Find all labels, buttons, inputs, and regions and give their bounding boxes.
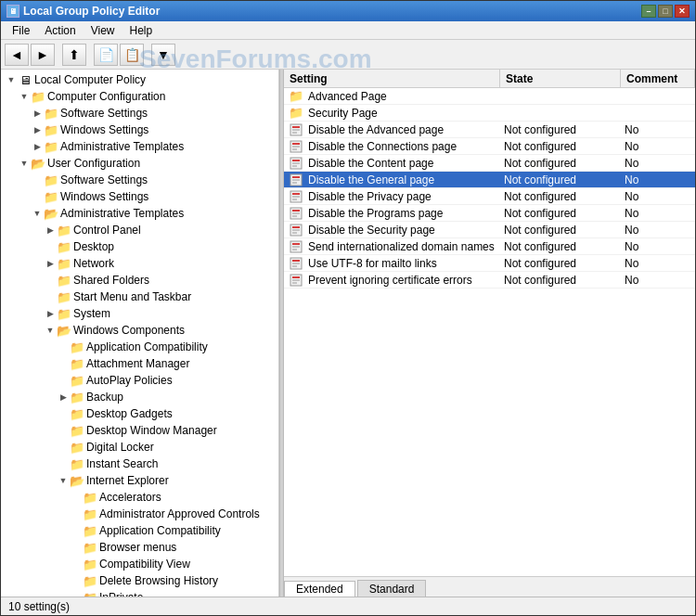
folder-icon-shared-folders: 📁 <box>57 273 71 288</box>
setting-state: Not configured <box>500 123 621 136</box>
status-bar: 10 setting(s) <box>1 597 695 615</box>
tree-label-system: System <box>73 307 110 320</box>
folder-icon-app-compat-2: 📁 <box>83 523 97 538</box>
tree-item-start-menu[interactable]: ▶ 📁 Start Menu and Taskbar <box>1 289 278 305</box>
tree-item-attach-mgr[interactable]: ▶ 📁 Attachment Manager <box>1 355 278 372</box>
tree-item-backup[interactable]: ▶ 📁 Backup <box>1 389 278 405</box>
setting-icon <box>288 205 304 222</box>
setting-row[interactable]: Prevent ignoring certificate errorsNot c… <box>284 272 695 289</box>
tree-item-desktop-window-mgr[interactable]: ▶ 📁 Desktop Window Manager <box>1 422 278 439</box>
setting-row[interactable]: 📁Advanced Page <box>284 88 695 105</box>
setting-name: Security Page <box>304 107 500 120</box>
setting-name: Disable the Advanced page <box>304 123 500 136</box>
tab-standard[interactable]: Standard <box>357 580 427 597</box>
tree-item-admin-templates-1[interactable]: ▶ 📁 Administrative Templates <box>1 138 278 155</box>
setting-row[interactable]: Disable the Security pageNot configuredN… <box>284 222 695 238</box>
tree-label-windows-components: Windows Components <box>73 324 185 337</box>
setting-name: Advanced Page <box>304 90 500 103</box>
tree-item-inprivate[interactable]: ▶ 📁 InPrivate <box>1 589 278 597</box>
menu-help[interactable]: Help <box>122 22 161 39</box>
setting-name: Disable the Content page <box>304 157 500 170</box>
main-content: ▼ 🖥 Local Computer Policy ▼ 📁 Computer C… <box>1 70 695 597</box>
tree-item-admin-approved-controls[interactable]: ▶ 📁 Administrator Approved Controls <box>1 506 278 522</box>
tree-item-accelerators[interactable]: ▶ 📁 Accelerators <box>1 489 278 506</box>
menu-view[interactable]: View <box>84 22 122 39</box>
tree-item-app-compat-1[interactable]: ▶ 📁 Application Compatibility <box>1 339 278 355</box>
tree-item-windows-settings-2[interactable]: ▶ 📁 Windows Settings <box>1 188 278 205</box>
setting-row[interactable]: Disable the Connections pageNot configur… <box>284 138 695 155</box>
tree-item-control-panel[interactable]: ▶ 📁 Control Panel <box>1 222 278 238</box>
menu-bar: File Action View Help <box>1 21 695 40</box>
tree-item-ie[interactable]: ▼ 📂 Internet Explorer <box>1 472 278 489</box>
tree-item-root[interactable]: ▼ 🖥 Local Computer Policy <box>1 71 278 88</box>
tree-item-delete-browsing[interactable]: ▶ 📁 Delete Browsing History <box>1 572 278 589</box>
expand-icon-network[interactable]: ▶ <box>44 257 57 270</box>
tree-label-autoplay: AutoPlay Policies <box>86 374 173 387</box>
tree-item-app-compat-2[interactable]: ▶ 📁 Application Compatibility <box>1 522 278 539</box>
tree-item-desktop-gadgets[interactable]: ▶ 📁 Desktop Gadgets <box>1 405 278 422</box>
setting-row[interactable]: Disable the Programs pageNot configuredN… <box>284 205 695 222</box>
tree-label-network: Network <box>73 257 114 270</box>
expand-icon-user-config[interactable]: ▼ <box>18 157 31 170</box>
maximize-button[interactable]: □ <box>658 5 673 18</box>
pc-icon-root: 🖥 <box>18 72 32 87</box>
expand-icon-root[interactable]: ▼ <box>5 73 18 86</box>
view-button[interactable]: 📋 <box>120 44 144 66</box>
tree-label-desktop-gadgets: Desktop Gadgets <box>86 407 173 420</box>
tree-label-app-compat-1: Application Compatibility <box>86 340 208 353</box>
setting-state: Not configured <box>500 140 621 153</box>
minimize-button[interactable]: – <box>641 5 656 18</box>
tree-item-user-config[interactable]: ▼ 📂 User Configuration <box>1 155 278 172</box>
show-hide-button[interactable]: 📄 <box>94 44 118 66</box>
setting-row[interactable]: Disable the Privacy pageNot configuredNo <box>284 188 695 205</box>
tree-item-desktop[interactable]: ▶ 📁 Desktop <box>1 238 278 255</box>
tree-item-instant-search[interactable]: ▶ 📁 Instant Search <box>1 456 278 472</box>
col-header-setting: Setting <box>284 70 500 87</box>
title-bar-left: 🖥 Local Group Policy Editor <box>6 5 160 18</box>
setting-row[interactable]: Disable the Content pageNot configuredNo <box>284 155 695 172</box>
expand-icon-software-settings-1[interactable]: ▶ <box>31 107 44 120</box>
close-button[interactable]: ✕ <box>675 5 690 18</box>
tab-extended[interactable]: Extended <box>284 581 355 597</box>
tree-item-windows-settings-1[interactable]: ▶ 📁 Windows Settings <box>1 122 278 138</box>
menu-action[interactable]: Action <box>37 22 83 39</box>
folder-icon-desktop-gadgets: 📁 <box>70 406 84 421</box>
menu-file[interactable]: File <box>5 22 37 39</box>
folder-icon-network: 📁 <box>57 256 71 271</box>
tree-item-compat-view[interactable]: ▶ 📁 Compatibility View <box>1 556 278 572</box>
filter-button[interactable]: ▼ <box>151 44 175 66</box>
tree-item-system[interactable]: ▶ 📁 System <box>1 305 278 322</box>
setting-comment: No <box>621 274 695 287</box>
tree-item-software-settings-2[interactable]: ▶ 📁 Software Settings <box>1 172 278 188</box>
expand-icon-windows-components[interactable]: ▼ <box>44 324 57 337</box>
tree-item-computer-config[interactable]: ▼ 📁 Computer Configuration <box>1 88 278 105</box>
setting-row[interactable]: Use UTF-8 for mailto linksNot configured… <box>284 255 695 272</box>
tree-item-software-settings-1[interactable]: ▶ 📁 Software Settings <box>1 105 278 122</box>
tree-item-browser-menus[interactable]: ▶ 📁 Browser menus <box>1 539 278 556</box>
tree-item-network[interactable]: ▶ 📁 Network <box>1 255 278 272</box>
tree-item-windows-components[interactable]: ▼ 📂 Windows Components <box>1 322 278 339</box>
up-button[interactable]: ⬆ <box>62 44 86 66</box>
forward-button[interactable]: ► <box>31 44 55 66</box>
tree-item-admin-templates-2[interactable]: ▼ 📂 Administrative Templates <box>1 205 278 222</box>
expand-icon-backup[interactable]: ▶ <box>57 391 70 404</box>
setting-row[interactable]: Send internationalized domain namesNot c… <box>284 238 695 255</box>
expand-icon-admin-templates-2[interactable]: ▼ <box>31 207 44 220</box>
back-button[interactable]: ◄ <box>5 44 29 66</box>
setting-row[interactable]: 📁Security Page <box>284 105 695 122</box>
expand-icon-ie[interactable]: ▼ <box>57 474 70 487</box>
expand-icon-admin-templates-1[interactable]: ▶ <box>31 140 44 153</box>
tree-item-shared-folders[interactable]: ▶ 📁 Shared Folders <box>1 272 278 289</box>
tree-item-digital-locker[interactable]: ▶ 📁 Digital Locker <box>1 439 278 456</box>
setting-row[interactable]: Disable the Advanced pageNot configuredN… <box>284 122 695 138</box>
expand-icon-windows-settings-1[interactable]: ▶ <box>31 123 44 136</box>
expand-icon-system[interactable]: ▶ <box>44 307 57 320</box>
setting-row[interactable]: Disable the General pageNot configuredNo <box>284 172 695 188</box>
expand-icon-computer-config[interactable]: ▼ <box>18 90 31 103</box>
folder-icon-desktop-window-mgr: 📁 <box>70 423 84 438</box>
tree-item-autoplay[interactable]: ▶ 📁 AutoPlay Policies <box>1 372 278 389</box>
setting-name: Disable the Connections page <box>304 140 500 153</box>
setting-state: Not configured <box>500 207 621 220</box>
setting-icon <box>288 172 304 188</box>
expand-icon-control-panel[interactable]: ▶ <box>44 224 57 237</box>
